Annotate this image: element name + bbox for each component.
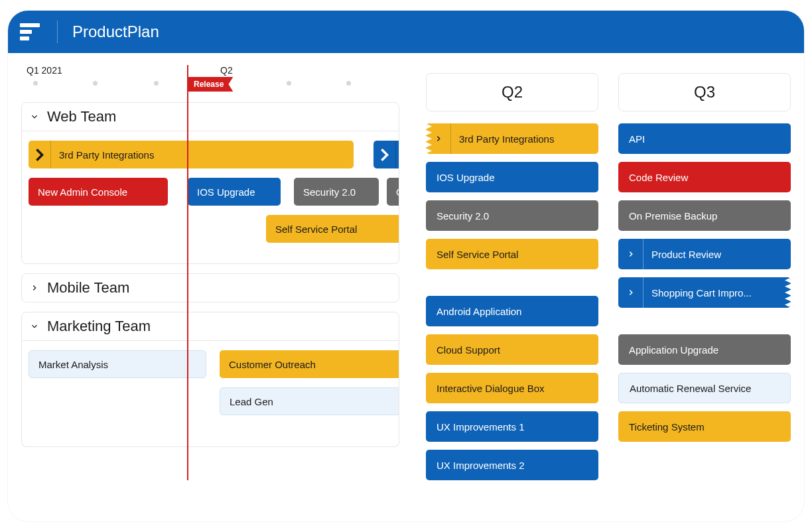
- card-ticketing[interactable]: Ticketing System: [618, 411, 791, 442]
- card-group: Android Application Cloud Support Intera…: [426, 296, 598, 480]
- chevron-right-icon: [618, 277, 643, 308]
- card-group: 3rd Party Integrations IOS Upgrade Secur…: [426, 123, 598, 269]
- card-label: Application Upgrade: [629, 344, 718, 356]
- lane-web-team: Web Team 3rd Party Integrations New Admi…: [21, 102, 399, 264]
- card-label: Product Review: [651, 249, 721, 260]
- card-label: On Premise Backup: [629, 210, 717, 222]
- card-onprem-backup[interactable]: On Premise Backup: [618, 200, 791, 231]
- bar-label: On: [396, 186, 399, 198]
- card-label: IOS Upgrade: [437, 172, 495, 183]
- card-security[interactable]: Security 2.0: [426, 200, 598, 231]
- logo-divider: [57, 21, 58, 43]
- bar-third-party[interactable]: 3rd Party Integrations: [29, 141, 354, 168]
- card-label: Ticketing System: [629, 421, 705, 432]
- tick-dot: [287, 81, 291, 86]
- card-product-review[interactable]: Product Review: [618, 239, 791, 269]
- tick-dot: [154, 81, 159, 86]
- chevron-right-icon: [29, 282, 40, 294]
- lane-rows-marketing: Market Analysis Customer Outreach Lead G…: [21, 341, 399, 447]
- card-auto-renewal[interactable]: Automatic Renewal Service: [618, 373, 791, 403]
- timeline-panel: Q1 2021 Q2 Release Web Team: [8, 53, 406, 521]
- card-android[interactable]: Android Application: [426, 296, 598, 326]
- app-name: ProductPlan: [72, 23, 159, 41]
- card-code-review[interactable]: Code Review: [618, 162, 791, 192]
- card-ux2[interactable]: UX Improvements 2: [426, 450, 598, 480]
- bar-label: 3rd Party Integrations: [59, 149, 154, 161]
- bar-ios[interactable]: IOS Upgrade: [188, 178, 281, 206]
- lane-header-web[interactable]: Web Team: [21, 102, 399, 131]
- tick-dot: [346, 81, 351, 86]
- quarter-label-q1: Q1 2021: [27, 65, 62, 76]
- card-ios[interactable]: IOS Upgrade: [426, 162, 598, 192]
- bar-market-analysis[interactable]: Market Analysis: [29, 350, 206, 378]
- chevron-down-icon: [29, 111, 40, 123]
- app-window: ProductPlan Q1 2021 Q2 Release: [8, 11, 804, 521]
- bar-label: Market Analysis: [38, 359, 108, 370]
- bar-next[interactable]: [373, 141, 399, 168]
- bar-customer-outreach[interactable]: Customer Outreach: [220, 350, 399, 378]
- bar-security[interactable]: Security 2.0: [294, 178, 379, 206]
- col-header-q2: Q2: [426, 73, 598, 111]
- topbar: ProductPlan: [8, 11, 804, 53]
- card-api[interactable]: API: [618, 123, 791, 154]
- app-logo[interactable]: ProductPlan: [20, 21, 159, 43]
- main-body: Q1 2021 Q2 Release Web Team: [8, 53, 804, 521]
- chevron-right-icon: [426, 123, 451, 154]
- card-self-serve[interactable]: Self Service Portal: [426, 239, 598, 269]
- tick-dot: [33, 81, 38, 86]
- card-shopping-cart[interactable]: Shopping Cart Impro...: [618, 277, 791, 308]
- card-ux1[interactable]: UX Improvements 1: [426, 411, 598, 442]
- bar-label: Self Service Portal: [275, 224, 357, 235]
- card-label: Interactive Dialogue Box: [437, 383, 545, 394]
- bar-onprem[interactable]: On: [387, 178, 399, 206]
- bar-new-admin[interactable]: New Admin Console: [29, 178, 168, 206]
- board-panel: Q2 3rd Party Integrations IOS Upgrade Se…: [406, 53, 804, 521]
- board-col-q3: Q3 API Code Review On Premise Backup Pro…: [618, 73, 791, 521]
- today-line: [187, 65, 188, 480]
- release-marker[interactable]: Release: [187, 77, 233, 92]
- lane-header-mobile[interactable]: Mobile Team: [21, 273, 399, 302]
- card-dialogue[interactable]: Interactive Dialogue Box: [426, 373, 598, 403]
- card-group: Application Upgrade Automatic Renewal Se…: [618, 334, 791, 442]
- bar-label: Security 2.0: [303, 186, 356, 198]
- chevron-down-icon: [29, 320, 40, 332]
- card-label: UX Improvements 2: [437, 460, 525, 471]
- quarter-label-q2: Q2: [220, 65, 233, 76]
- card-label: UX Improvements 1: [437, 421, 525, 432]
- bar-label: IOS Upgrade: [197, 186, 255, 198]
- card-cloud[interactable]: Cloud Support: [426, 334, 598, 365]
- chevron-right-icon: [29, 141, 51, 168]
- lane-title: Marketing Team: [47, 318, 151, 335]
- lane-title: Mobile Team: [47, 279, 129, 297]
- timeline-header: Q1 2021 Q2 Release: [21, 65, 406, 82]
- bar-label: Lead Gen: [230, 396, 273, 407]
- bar-label: Customer Outreach: [229, 359, 316, 370]
- lane-marketing-team: Marketing Team Market Analysis Customer …: [21, 312, 399, 447]
- lane-mobile-team: Mobile Team: [21, 273, 399, 302]
- lane-title: Web Team: [47, 108, 116, 125]
- card-app-upgrade[interactable]: Application Upgrade: [618, 334, 791, 365]
- col-header-q3: Q3: [618, 73, 791, 111]
- card-label: Shopping Cart Impro...: [651, 287, 752, 299]
- card-group: API Code Review On Premise Backup Produc…: [618, 123, 791, 308]
- chevron-right-icon: [373, 141, 396, 168]
- chevron-right-icon: [618, 239, 643, 269]
- lane-rows-web: 3rd Party Integrations New Admin Console…: [21, 131, 399, 264]
- card-label: Self Service Portal: [437, 249, 518, 260]
- bar-lead-gen[interactable]: Lead Gen: [220, 387, 399, 415]
- board-col-q2: Q2 3rd Party Integrations IOS Upgrade Se…: [426, 73, 598, 521]
- lane-header-marketing[interactable]: Marketing Team: [21, 312, 399, 341]
- card-label: Cloud Support: [437, 344, 500, 356]
- card-label: Automatic Renewal Service: [630, 383, 751, 394]
- card-3rd-party[interactable]: 3rd Party Integrations: [426, 123, 598, 154]
- card-label: Security 2.0: [437, 210, 489, 222]
- bar-self-serve[interactable]: Self Service Portal: [266, 215, 399, 243]
- card-label: Android Application: [437, 306, 521, 317]
- card-label: Code Review: [629, 172, 688, 183]
- tick-dot: [93, 81, 98, 86]
- card-label: 3rd Party Integrations: [459, 133, 554, 145]
- card-label: API: [629, 133, 645, 145]
- logo-icon: [20, 21, 42, 43]
- bar-label: New Admin Console: [38, 186, 127, 198]
